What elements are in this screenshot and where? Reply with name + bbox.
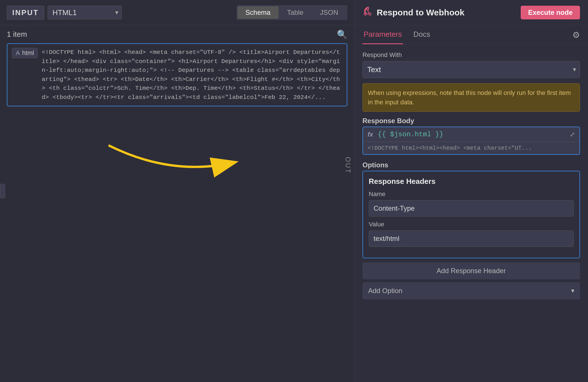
respond-with-select[interactable]: Text bbox=[362, 61, 580, 78]
respond-with-section: Respond With Text bbox=[362, 51, 580, 78]
options-label: Options bbox=[362, 161, 580, 169]
type-badge: A html bbox=[12, 48, 38, 58]
tab-json[interactable]: JSON bbox=[312, 6, 346, 19]
item-count-bar: 1 item 🔍 bbox=[0, 25, 354, 43]
type-name: html bbox=[22, 49, 34, 57]
tab-schema[interactable]: Schema bbox=[238, 6, 279, 19]
panel-body: Respond With Text When using expressions… bbox=[354, 44, 588, 306]
response-headers-title: Response Headers bbox=[369, 177, 574, 186]
panel-header: Respond to Webhook Execute node bbox=[354, 0, 588, 25]
name-input[interactable] bbox=[369, 200, 574, 217]
panel-title: Respond to Webhook bbox=[377, 8, 517, 17]
tab-docs[interactable]: Docs bbox=[412, 25, 431, 44]
add-option-label: Add Option bbox=[368, 287, 402, 295]
top-bar: INPUT HTML1 Schema Table JSON bbox=[0, 0, 354, 25]
badge-letter: A bbox=[16, 49, 20, 57]
respond-with-label: Respond With bbox=[362, 51, 580, 59]
execute-button[interactable]: Execute node bbox=[521, 6, 580, 19]
tab-table[interactable]: Table bbox=[279, 6, 311, 19]
right-panel: Respond to Webhook Execute node Paramete… bbox=[354, 0, 588, 382]
input-select[interactable]: HTML1 bbox=[48, 6, 122, 19]
expand-button[interactable]: ⤢ bbox=[570, 131, 575, 138]
name-field-group: Name bbox=[369, 190, 574, 217]
chevron-down-icon: ▾ bbox=[571, 287, 574, 294]
data-row: A html <!DOCTYPE html> <html> <head> <me… bbox=[7, 43, 347, 106]
warning-box: When using expressions, note that this n… bbox=[362, 83, 580, 112]
left-panel: INPUT HTML1 Schema Table JSON 1 item 🔍 A… bbox=[0, 0, 354, 382]
value-field-group: Value bbox=[369, 221, 574, 247]
response-body-preview: <!DOCTYPE html><html><head> <meta charse… bbox=[363, 142, 579, 154]
response-body-label: Response Body bbox=[362, 117, 580, 125]
name-label: Name bbox=[369, 190, 574, 198]
expression-value: {{ $json.html }} bbox=[378, 131, 567, 138]
response-body-section: Response Body fx {{ $json.html }} ⤢ <!DO… bbox=[362, 117, 580, 155]
options-section: Options Response Headers Name Value Add … bbox=[362, 161, 580, 299]
value-label: Value bbox=[369, 221, 574, 228]
add-response-header-button[interactable]: Add Response Header bbox=[362, 262, 580, 279]
code-content: <!DOCTYPE html> <html> <head> <meta char… bbox=[42, 48, 342, 102]
add-option-button[interactable]: Add Option ▾ bbox=[362, 282, 580, 299]
out-label: OUT bbox=[342, 153, 354, 178]
webhook-icon bbox=[362, 6, 373, 19]
schema-tabs: Schema Table JSON bbox=[236, 5, 347, 20]
panel-tabs: Parameters Docs ⚙ bbox=[354, 25, 588, 44]
search-icon[interactable]: 🔍 bbox=[337, 29, 347, 39]
response-body-field: fx {{ $json.html }} ⤢ <!DOCTYPE html><ht… bbox=[362, 127, 580, 155]
value-input[interactable] bbox=[369, 230, 574, 247]
warning-text: When using expressions, note that this n… bbox=[368, 89, 571, 106]
left-edge-button[interactable] bbox=[0, 184, 5, 198]
tab-parameters[interactable]: Parameters bbox=[362, 25, 403, 44]
gear-icon[interactable]: ⚙ bbox=[572, 25, 580, 44]
response-headers-box: Response Headers Name Value bbox=[362, 171, 580, 258]
svg-point-2 bbox=[369, 13, 371, 15]
expression-row: fx {{ $json.html }} ⤢ bbox=[363, 127, 579, 142]
fx-label: fx bbox=[368, 131, 373, 138]
svg-line-5 bbox=[368, 10, 369, 13]
input-label: INPUT bbox=[7, 6, 44, 20]
item-count: 1 item bbox=[7, 30, 27, 39]
